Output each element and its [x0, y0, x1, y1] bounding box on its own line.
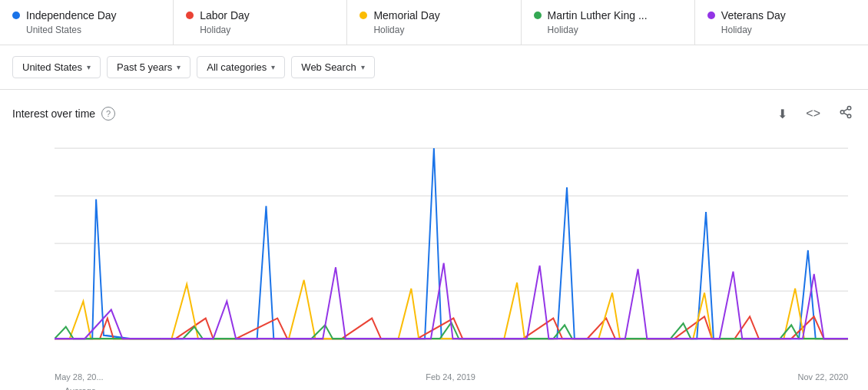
- legend-item-memorial-day[interactable]: Memorial Day Holiday: [347, 0, 521, 45]
- svg-line-4: [843, 109, 847, 111]
- legend-item-martin-luther-king[interactable]: Martin Luther King ... Holiday: [522, 0, 695, 45]
- svg-point-1: [840, 111, 844, 114]
- filter-bar: United States▾Past 5 years▾All categorie…: [0, 45, 868, 90]
- legend-title-labor-day: Labor Day: [200, 9, 250, 21]
- help-icon[interactable]: ?: [101, 107, 115, 121]
- legend-sub-labor-day: Holiday: [186, 25, 334, 35]
- legend-item-veterans-day[interactable]: Veterans Day Holiday: [695, 0, 868, 45]
- x-label-1: May 28, 20...: [55, 372, 104, 382]
- legend-dot-memorial-day: [359, 12, 367, 19]
- filter-search_type-button[interactable]: Web Search▾: [291, 56, 374, 78]
- chart-section: Interest over time ? ⬇ <> 100 75: [0, 90, 868, 390]
- filter-time-label: Past 5 years: [117, 61, 172, 73]
- x-label-3: Nov 22, 2020: [798, 372, 848, 382]
- legend-bar: Independence Day United States Labor Day…: [0, 0, 868, 45]
- filter-time-button[interactable]: Past 5 years▾: [107, 56, 190, 78]
- svg-point-2: [847, 114, 851, 118]
- chart-svg: 100 75 50 25: [55, 131, 848, 369]
- avg-section: Average: [12, 386, 856, 390]
- avg-label: Average: [65, 386, 96, 390]
- legend-dot-veterans-day: [707, 12, 715, 19]
- filter-region-button[interactable]: United States▾: [12, 56, 101, 78]
- legend-title-martin-luther-king: Martin Luther King ...: [548, 9, 648, 21]
- legend-dot-labor-day: [186, 12, 194, 19]
- chevron-down-icon: ▾: [177, 63, 181, 71]
- filter-category-label: All categories: [207, 61, 267, 73]
- legend-sub-memorial-day: Holiday: [359, 25, 508, 35]
- legend-sub-independence-day: United States: [12, 25, 161, 35]
- chevron-down-icon: ▾: [361, 63, 365, 71]
- legend-title-veterans-day: Veterans Day: [721, 9, 786, 21]
- chevron-down-icon: ▾: [271, 63, 275, 71]
- chevron-down-icon: ▾: [87, 63, 91, 71]
- legend-sub-veterans-day: Holiday: [707, 25, 856, 35]
- svg-line-3: [843, 113, 847, 115]
- chart-actions: ⬇ <>: [774, 102, 856, 125]
- legend-title-independence-day: Independence Day: [26, 9, 117, 21]
- legend-dot-martin-luther-king: [534, 12, 542, 19]
- legend-item-independence-day[interactable]: Independence Day United States: [0, 0, 174, 45]
- chart-x-labels: May 28, 20... Feb 24, 2019 Nov 22, 2020: [12, 369, 856, 382]
- chart-header: Interest over time ? ⬇ <>: [12, 102, 856, 125]
- legend-dot-independence-day: [12, 12, 20, 19]
- x-label-2: Feb 24, 2019: [426, 372, 475, 382]
- filter-region-label: United States: [22, 61, 82, 73]
- chart-title: Interest over time: [12, 107, 95, 120]
- svg-point-0: [847, 107, 851, 111]
- embed-button[interactable]: <>: [803, 104, 823, 124]
- filter-category-button[interactable]: All categories▾: [197, 56, 285, 78]
- legend-item-labor-day[interactable]: Labor Day Holiday: [174, 0, 347, 45]
- legend-title-memorial-day: Memorial Day: [373, 9, 439, 21]
- chart-container: 100 75 50 25: [12, 131, 856, 369]
- legend-sub-martin-luther-king: Holiday: [534, 25, 682, 35]
- filter-search_type-label: Web Search: [301, 61, 356, 73]
- chart-title-area: Interest over time ?: [12, 107, 115, 121]
- share-button[interactable]: [836, 102, 856, 125]
- download-button[interactable]: ⬇: [774, 104, 790, 124]
